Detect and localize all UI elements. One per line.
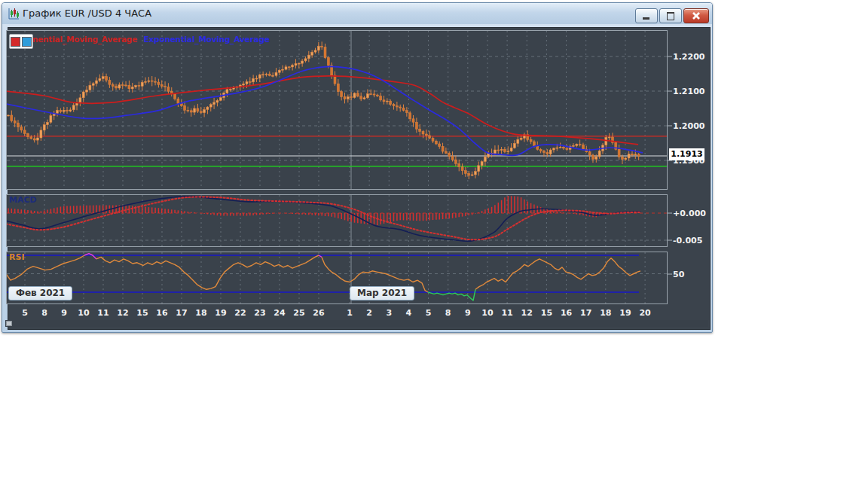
ema-red-swatch — [11, 37, 20, 47]
date-label: 11 — [97, 308, 108, 318]
date-label: 8 — [41, 308, 47, 318]
date-label: 16 — [561, 308, 572, 318]
date-label: 25 — [293, 308, 304, 318]
desktop: График EUR /USD 4 ЧАСА Exponential_Movin… — [0, 0, 868, 488]
rsi-panel-title: RSI — [9, 252, 25, 262]
date-label: 3 — [386, 308, 392, 318]
date-label: 12 — [117, 308, 128, 318]
date-label: 16 — [156, 308, 167, 318]
date-label: 19 — [619, 308, 631, 318]
date-label: 17 — [176, 308, 187, 318]
date-label: 18 — [600, 308, 611, 318]
date-label: 4 — [406, 308, 412, 318]
legend-swatches[interactable] — [9, 34, 33, 49]
month-marker: Мар 2021 — [350, 286, 414, 300]
date-label: 24 — [274, 308, 285, 318]
window-controls — [635, 8, 709, 23]
horizontal-scrollbar[interactable] — [5, 320, 708, 327]
close-icon — [684, 9, 708, 23]
maximize-icon — [667, 12, 674, 20]
ema-blue-swatch — [22, 37, 32, 47]
date-label: 17 — [580, 308, 591, 318]
close-button[interactable] — [683, 8, 709, 23]
axis-value-label: 50 — [673, 270, 684, 279]
scrollbar-grip[interactable] — [6, 321, 12, 326]
maximize-button[interactable] — [659, 8, 682, 23]
indicator-legend: Exponential_Moving_Average Exponential_M… — [11, 35, 270, 44]
date-label: 18 — [195, 308, 206, 318]
date-label: 15 — [136, 308, 148, 318]
titlebar[interactable]: График EUR /USD 4 ЧАСА — [2, 3, 712, 24]
minimize-icon — [643, 17, 649, 20]
macd-panel-title: MACD — [9, 195, 37, 205]
date-label: 12 — [521, 308, 533, 318]
date-label: 22 — [234, 308, 246, 318]
date-label: 15 — [541, 308, 552, 318]
axis-value-label: 1.2000 — [673, 121, 704, 131]
axis-value-label: -0.005 — [673, 236, 702, 246]
date-label: 8 — [445, 308, 451, 318]
date-label: 9 — [465, 308, 471, 318]
date-label: 10 — [78, 308, 89, 318]
date-label: 19 — [215, 308, 226, 318]
ema-blue-legend-label: Exponential_Moving_Average — [144, 35, 270, 44]
price-panel[interactable] — [6, 30, 668, 190]
rsi-panel[interactable] — [6, 252, 668, 304]
date-label: 20 — [639, 308, 650, 318]
candlestick-chart-icon — [8, 8, 20, 20]
minimize-button[interactable] — [635, 8, 658, 23]
date-label: 23 — [254, 308, 265, 318]
date-label: 10 — [481, 308, 493, 318]
date-label: 11 — [501, 308, 512, 318]
date-label: 5 — [22, 308, 28, 318]
axis-value-label: 1.2200 — [673, 52, 704, 62]
window-title: График EUR /USD 4 ЧАСА — [23, 3, 151, 24]
current-price-box: 1.1913 — [669, 148, 704, 160]
date-label: 9 — [61, 308, 67, 318]
axis-value-label: 1.2100 — [673, 87, 704, 96]
month-marker: Фев 2021 — [8, 286, 72, 300]
date-label: 5 — [426, 308, 432, 318]
date-label: 26 — [313, 308, 324, 318]
date-label: 1 — [347, 308, 353, 318]
macd-panel[interactable] — [6, 194, 668, 247]
date-label: 2 — [366, 308, 372, 318]
axis-value-label: +0.000 — [673, 209, 706, 218]
